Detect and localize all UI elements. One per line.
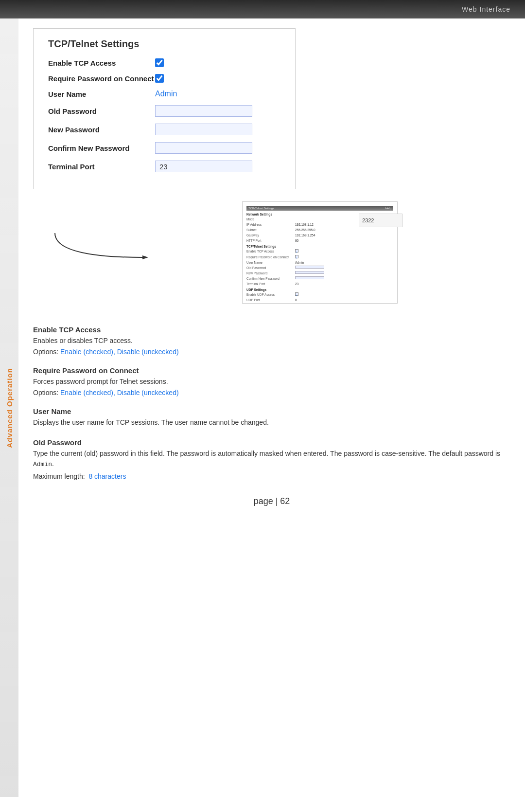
mini-row-udp-echo: Enable UDP Echo (246, 303, 393, 304)
mini-row-tcp-oldpass: Old Password (246, 266, 393, 270)
screenshot-container: TCP/Telnet Settings Help Network Setting… (33, 199, 402, 316)
page-number: page | 62 (33, 496, 510, 516)
mini-row-subnet: Subnet 255.255.255.0 (246, 228, 393, 232)
desc-enable-tcp-title: Enable TCP Access (33, 325, 510, 334)
new-password-input[interactable] (155, 124, 252, 135)
field-label-enable-tcp: Enable TCP Access (48, 59, 155, 67)
field-row-confirm-password: Confirm New Password (48, 142, 280, 154)
field-row-username: User Name Admin (48, 90, 280, 98)
mini-tcp-checkbox (295, 249, 298, 253)
default-password-value: Admin (33, 461, 52, 468)
mini-confirm-input (295, 276, 324, 279)
mini-udp-echo-checkbox (295, 303, 298, 304)
mini-row-tcp-confirm: Confirm New Password (246, 276, 393, 281)
field-label-username: User Name (48, 90, 155, 98)
desc-username-title: User Name (33, 407, 510, 415)
desc-max-length: Maximum length: 8 characters (33, 471, 510, 482)
mini-row-tcp-username: User Name Admin (246, 260, 393, 265)
field-label-terminal-port: Terminal Port (48, 162, 155, 171)
mini-row-http: HTTP Port 80 (246, 238, 393, 243)
terminal-port-value: 23 (155, 161, 252, 172)
mini-row-gateway: Gateway 192.168.1.254 (246, 233, 393, 237)
enable-tcp-checkbox[interactable] (155, 58, 164, 67)
enable-tcp-link[interactable]: Enable (checked), Disable (unckecked) (60, 348, 179, 356)
desc-old-password: Old Password Type the current (old) pass… (33, 438, 510, 482)
mini-row-udp-port: UDP Port 8 (246, 298, 393, 302)
sidebar: Advanced Operation (0, 18, 18, 797)
top-bar-title: Web Interface (462, 5, 510, 13)
desc-require-password-text: Forces password prompt for Telnet sessio… (33, 377, 510, 387)
field-label-new-password: New Password (48, 126, 155, 134)
username-value: Admin (155, 90, 177, 98)
desc-require-password: Require Password on Connect Forces passw… (33, 366, 510, 397)
arrow-icon (45, 223, 152, 267)
mini-header: TCP/Telnet Settings Help (246, 206, 393, 211)
desc-enable-tcp-text: Enables or disables TCP access. (33, 336, 510, 346)
field-row-terminal-port: Terminal Port 23 (48, 161, 280, 172)
mini-udp-checkbox (295, 292, 298, 296)
desc-old-password-title: Old Password (33, 438, 510, 447)
field-label-confirm-password: Confirm New Password (48, 144, 155, 152)
port-2322-label: 2322 (362, 217, 374, 223)
mini-oldpass-input (295, 266, 324, 269)
desc-username-text: Displays the user name for TCP sessions.… (33, 417, 510, 428)
top-bar: Web Interface (0, 0, 525, 18)
mini-tcp-title: TCP/Telnet Settings (246, 245, 393, 248)
desc-username: User Name Displays the user name for TCP… (33, 407, 510, 428)
require-password-link[interactable]: Enable (checked), Disable (unckecked) (60, 389, 179, 397)
field-row-new-password: New Password (48, 124, 280, 135)
mini-row-udp-enable: Enable UDP Access (246, 292, 393, 297)
sidebar-label: Advanced Operation (5, 368, 14, 448)
max-length-link[interactable]: 8 characters (88, 472, 126, 480)
desc-require-password-title: Require Password on Connect (33, 366, 510, 375)
mini-help: Help (385, 207, 391, 210)
svg-marker-0 (142, 255, 148, 259)
old-password-input[interactable] (155, 105, 252, 117)
desc-old-password-text: Type the current (old) password in this … (33, 449, 510, 469)
mini-udp-title: UDP Settings (246, 288, 393, 291)
mini-newpass-input (295, 271, 324, 274)
main-content: TCP/Telnet Settings Enable TCP Access Re… (18, 18, 525, 536)
port-2322-badge: 2322 (359, 214, 402, 227)
settings-panel: TCP/Telnet Settings Enable TCP Access Re… (33, 28, 296, 189)
desc-enable-tcp: Enable TCP Access Enables or disables TC… (33, 325, 510, 356)
mini-title: TCP/Telnet Settings (248, 207, 274, 210)
field-label-old-password: Old Password (48, 107, 155, 115)
require-password-checkbox[interactable] (155, 74, 164, 83)
mini-row-tcp-enable: Enable TCP Access (246, 249, 393, 253)
field-row-old-password: Old Password (48, 105, 280, 117)
mini-row-tcp-port: Terminal Port 23 (246, 282, 393, 286)
desc-require-password-options: Options: Enable (checked), Disable (unck… (33, 389, 510, 397)
mini-tcp-pass-checkbox (295, 255, 298, 258)
field-label-require-password: Require Password on Connect (48, 74, 155, 83)
field-row-enable-tcp: Enable TCP Access (48, 58, 280, 67)
field-row-require-password: Require Password on Connect (48, 74, 280, 83)
settings-panel-title: TCP/Telnet Settings (48, 38, 280, 50)
desc-enable-tcp-options: Options: Enable (checked), Disable (unck… (33, 348, 510, 356)
mini-row-tcp-password: Require Password on Connect (246, 255, 393, 259)
confirm-password-input[interactable] (155, 142, 252, 154)
mini-row-tcp-newpass: New Password (246, 271, 393, 275)
